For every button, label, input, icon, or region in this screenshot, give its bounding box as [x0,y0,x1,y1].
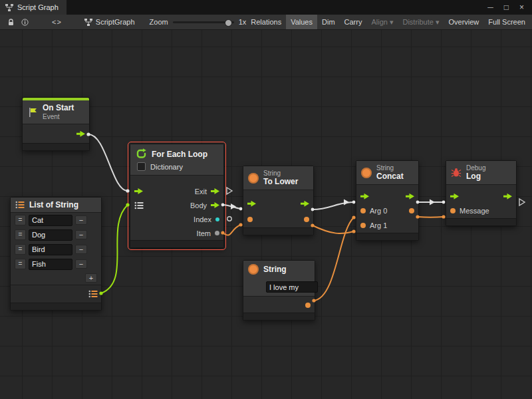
node-title: List of String [29,200,78,209]
item-port-label: Item [197,229,211,237]
collection-input-port[interactable] [134,201,144,209]
exit-port-label: Exit [195,188,207,196]
node-header: List of String [11,198,101,213]
control-input-port[interactable] [450,194,459,200]
node-title: For Each Loop [152,150,207,159]
string-output-port[interactable] [305,303,311,308]
control-output-port[interactable] [76,131,85,137]
script-graph-icon [84,19,92,26]
node-for-each-loop[interactable]: For Each Loop Dictionary Exit [130,144,224,248]
overview-button[interactable]: Overview [444,15,483,29]
control-output-port[interactable] [406,194,414,200]
remove-item-button[interactable]: − [75,245,87,254]
list-output-port[interactable] [88,290,98,298]
result-output-port[interactable] [304,217,309,222]
graph-canvas[interactable]: On Start Event List of String [0,30,532,399]
remove-item-button[interactable]: − [75,230,87,239]
node-string-to-lower[interactable]: String To Lower [243,166,314,235]
node-string-literal[interactable]: String [243,260,315,321]
zoom-slider-handle[interactable] [225,19,232,27]
zoom-control: Zoom 1x [150,18,247,26]
list-item-input[interactable] [29,244,72,255]
relations-button[interactable]: Relations [246,15,286,29]
message-input-port[interactable] [450,208,456,213]
string-circle-icon [248,264,259,275]
control-input-port[interactable] [134,188,143,194]
node-title: String [263,265,287,274]
list-item-input[interactable] [29,229,72,241]
loop-icon [136,148,147,160]
graph-toolbar: <> ScriptGraph Zoom 1x Relations Values … [0,15,532,30]
node-header: String To Lower [243,166,313,190]
distribute-dropdown[interactable]: Distribute▾ [398,15,444,29]
full-screen-button[interactable]: Full Screen [483,15,530,29]
result-output-port[interactable] [409,208,414,213]
wire-concat-to-message [418,217,444,217]
breadcrumb[interactable]: ScriptGraph [84,18,135,26]
list-icon [15,201,25,209]
window-controls: ─ □ × [487,3,532,12]
node-footer [23,143,89,150]
wire-list-to-foreach [101,205,128,293]
string-circle-icon [361,168,372,178]
string-circle-icon [248,173,259,184]
string-value-input[interactable] [266,281,318,293]
control-output-port[interactable] [503,194,512,200]
wire-onstart-to-foreach [88,134,128,191]
list-item-input[interactable] [29,215,72,226]
node-list-of-string[interactable]: List of String = − = − = − [10,197,102,311]
wire-body-to-tolower [223,205,241,209]
node-category: String [376,164,404,172]
code-icon[interactable]: <> [47,18,67,26]
wire-literal-to-arg0 [314,217,354,301]
minimize-button[interactable]: ─ [487,3,493,12]
list-row: = − [11,242,101,257]
tab-script-graph[interactable]: Script Graph [0,0,66,15]
node-category: String [263,170,298,178]
node-on-start[interactable]: On Start Event [22,97,90,151]
body-output-port[interactable] [211,202,219,208]
arg0-input-port[interactable] [360,208,366,213]
title-bar: Script Graph ─ □ × [0,0,532,15]
dim-button[interactable]: Dim [317,15,340,29]
maximize-button[interactable]: □ [504,3,509,12]
arg1-input-port[interactable] [360,223,366,228]
exit-output-port[interactable] [211,188,219,194]
list-row: = − [11,227,101,242]
node-string-concat[interactable]: String Concat Arg 0 Arg 1 [356,160,419,241]
drag-handle[interactable]: = [15,259,26,269]
info-icon[interactable] [18,15,32,29]
dictionary-checkbox[interactable] [137,162,146,171]
remove-item-button[interactable]: − [75,215,87,225]
node-header: Debug Log [446,161,516,185]
index-port-label: Index [194,215,211,223]
string-input-port[interactable] [247,217,253,222]
control-output-port[interactable] [301,201,309,207]
flag-icon [27,107,38,118]
drag-handle[interactable]: = [15,229,26,240]
arg0-label: Arg 0 [370,207,387,215]
breadcrumb-label: ScriptGraph [96,18,135,26]
remove-item-button[interactable]: − [75,259,87,269]
values-button[interactable]: Values [286,15,317,29]
add-item-button[interactable]: + [85,273,97,283]
node-header: String [243,261,315,297]
drag-handle[interactable]: = [15,215,26,225]
graph-icon [5,4,13,11]
control-input-port[interactable] [247,201,256,207]
align-dropdown[interactable]: Align▾ [366,15,398,29]
node-title: Concat [376,172,404,182]
carry-button[interactable]: Carry [340,15,367,29]
script-graph-window: Script Graph ─ □ × <> [0,0,532,399]
zoom-slider[interactable] [173,21,234,23]
list-item-input[interactable] [29,259,72,270]
item-output-port[interactable] [215,231,219,235]
lock-icon[interactable] [4,15,18,29]
index-output-port[interactable] [215,217,219,221]
node-debug-log[interactable]: Debug Log Message [446,160,517,226]
close-button[interactable]: × [519,3,524,12]
control-input-port[interactable] [360,194,369,200]
drag-handle[interactable]: = [15,244,26,255]
list-row: = − [11,257,101,271]
node-subtitle: Event [43,113,74,121]
